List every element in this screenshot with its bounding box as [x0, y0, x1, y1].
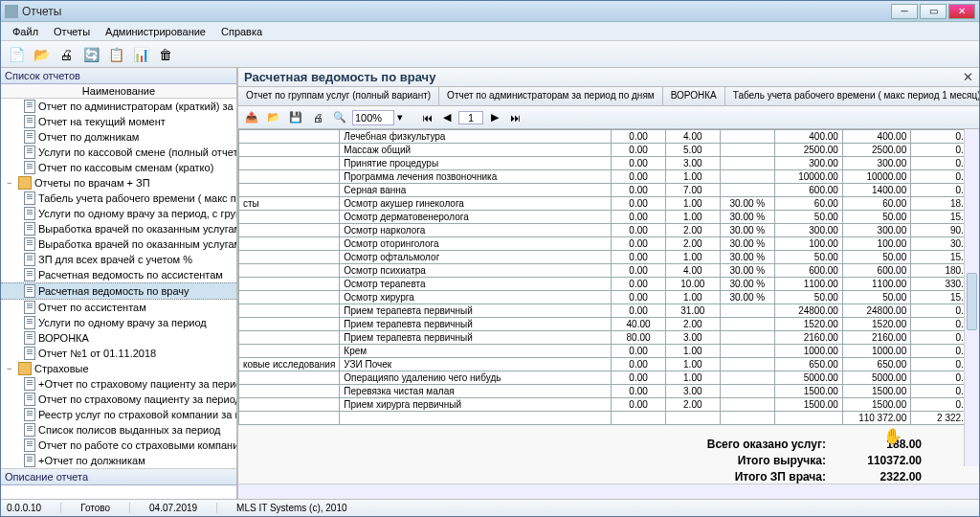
tree-item-label: Выработка врачей по оказанным услугам за…: [38, 238, 236, 250]
print2-icon[interactable]: 🖨: [308, 108, 327, 127]
save-icon[interactable]: 💾: [286, 108, 305, 127]
list-icon[interactable]: 📋: [104, 43, 127, 66]
description-header: Описание отчета: [1, 469, 236, 485]
sidebar-column-header: Наименование: [1, 84, 236, 99]
tree-item[interactable]: +Отчет по должникам: [1, 453, 236, 468]
tree-item[interactable]: Отчет по работе со страховыми компаниями…: [1, 438, 236, 453]
tree-item[interactable]: Расчетная ведомость по врачу: [1, 282, 236, 300]
open2-icon[interactable]: 📂: [264, 108, 283, 127]
tree-item-label: Отчет по кассовым сменам (кратко): [38, 162, 213, 173]
document-icon: [24, 393, 35, 406]
tree-item[interactable]: +Отчет по страховому пациенту за период: [1, 376, 236, 392]
tree-item[interactable]: Выработка врачей по оказанным услугам с …: [1, 221, 236, 236]
tree-item-label: Расчетная ведомость по ассистентам: [38, 269, 223, 281]
document-icon: [24, 438, 35, 452]
summary-value-services: 188.00: [826, 438, 922, 451]
document-icon: [24, 377, 35, 391]
table-row: Прием хирурга первичный0.002.001500.0015…: [239, 398, 979, 412]
tree-item-label: Отчет №1 от 01.11.2018: [38, 348, 156, 359]
tree-item[interactable]: Услуги по одному врачу за период: [1, 315, 236, 330]
document-icon: [24, 207, 35, 220]
report-tab[interactable]: Отчет по администраторам за период по дн…: [439, 87, 663, 105]
report-tab[interactable]: Отчет по группам услуг (полный вариант): [238, 87, 439, 105]
table-row: Осмотр хирурга0.001.0030.00 %50.0050.001…: [239, 291, 979, 304]
tree-item-label: Услуги по одному врачу за период, с груп…: [38, 208, 236, 219]
tree-item[interactable]: Услуги по кассовой смене (полный отчет): [1, 145, 236, 160]
expand-icon[interactable]: −: [7, 178, 16, 188]
report-tab[interactable]: Табель учета рабочего времени ( макс пер…: [725, 87, 979, 105]
last-page-button[interactable]: ⏭: [506, 109, 523, 126]
menu-file[interactable]: Файл: [5, 24, 46, 39]
export-icon[interactable]: 📤: [242, 108, 261, 127]
menu-help[interactable]: Справка: [213, 24, 270, 39]
report-viewport[interactable]: Лечебная физкультура0.004.00400.00400.00…: [238, 129, 979, 483]
menubar: Файл Отчеты Администрирование Справка: [1, 22, 979, 41]
print-icon[interactable]: 🖨: [55, 43, 78, 66]
prev-page-button[interactable]: ◀: [438, 109, 456, 126]
summary-label-salary: Итого ЗП врача:: [635, 470, 826, 483]
menu-admin[interactable]: Администрирование: [98, 24, 213, 39]
sidebar-description: Описание отчета: [1, 468, 236, 499]
menu-reports[interactable]: Отчеты: [46, 24, 98, 39]
zoom-input[interactable]: [352, 110, 394, 125]
table-row: Принятие процедуры0.003.00300.00300.000.…: [239, 157, 979, 170]
summary-value-salary: 2322.00: [826, 470, 922, 483]
tree-item[interactable]: Отчет по страховому пациенту за период: [1, 392, 236, 407]
document-icon: [24, 237, 35, 251]
document-icon: [24, 331, 35, 345]
tree-item[interactable]: Реестр услуг по страховой компании за пе…: [1, 407, 236, 422]
tree-item-label: +Отчет по страховому пациенту за период: [38, 378, 236, 390]
document-icon: [24, 408, 35, 421]
grid-icon[interactable]: 📊: [129, 43, 152, 66]
refresh-icon[interactable]: 🔄: [79, 43, 102, 66]
tree-item[interactable]: Отчет по администраторам (краткий) за пе…: [1, 99, 236, 114]
tree-item-label: Выработка врачей по оказанным услугам с …: [38, 223, 236, 235]
open-icon[interactable]: 📂: [30, 43, 53, 66]
statusbar: 0.0.0.10 Готово 04.07.2019 MLS IT System…: [1, 499, 979, 516]
tree-item[interactable]: Услуги по одному врачу за период, с груп…: [1, 206, 236, 221]
tree-item-label: Страховые: [34, 363, 89, 374]
tree-item[interactable]: Отчет на текущий момент: [1, 114, 236, 129]
delete-icon[interactable]: 🗑: [154, 43, 177, 66]
new-icon[interactable]: 📄: [5, 43, 28, 66]
vertical-scrollbar[interactable]: [964, 129, 979, 466]
tree-item[interactable]: ЗП для всех врачей с учетом %: [1, 252, 236, 267]
document-icon: [24, 100, 35, 113]
titlebar: Отчеты ─ ▭ ✕: [1, 1, 979, 22]
tree-item[interactable]: Отчет №1 от 01.11.2018: [1, 346, 236, 361]
report-tree[interactable]: Отчет по администраторам (краткий) за пе…: [1, 99, 236, 468]
tree-item[interactable]: Отчет по должникам: [1, 129, 236, 145]
table-row: Прием терапевта первичный40.002.001520.0…: [239, 318, 979, 331]
maximize-button[interactable]: ▭: [920, 4, 947, 19]
scroll-thumb[interactable]: [967, 273, 977, 330]
expand-icon[interactable]: −: [7, 364, 16, 373]
page-input[interactable]: [458, 111, 483, 124]
tree-item[interactable]: Расчетная ведомость по ассистентам: [1, 267, 236, 282]
tree-item[interactable]: ВОРОНКА: [1, 330, 236, 346]
search-icon[interactable]: 🔍: [330, 108, 349, 127]
tree-item[interactable]: Выработка врачей по оказанным услугам за…: [1, 236, 236, 252]
table-row: Программа лечения позвоночника0.001.0010…: [239, 170, 979, 184]
tree-item[interactable]: Табель учета рабочего времени ( макс пер…: [1, 191, 236, 206]
minimize-button[interactable]: ─: [891, 4, 918, 19]
tree-item-label: ЗП для всех врачей с учетом %: [38, 254, 192, 265]
tree-item[interactable]: Отчет по кассовым сменам (кратко): [1, 160, 236, 175]
tree-item-label: Табель учета рабочего времени ( макс пер…: [38, 192, 236, 204]
document-icon: [24, 268, 35, 281]
report-tab[interactable]: ВОРОНКА: [663, 87, 725, 105]
tree-item[interactable]: Отчет по ассистентам: [1, 300, 236, 315]
first-page-button[interactable]: ⏮: [418, 109, 435, 126]
zoom-dropdown-icon[interactable]: ▾: [397, 111, 403, 124]
sidebar-header: Список отчетов: [1, 68, 236, 84]
status-copyright: MLS IT Systems (c), 2010: [236, 503, 346, 513]
tree-item-label: Отчет по работе со страховыми компаниями…: [38, 439, 236, 451]
tree-item[interactable]: Список полисов выданных за период: [1, 422, 236, 438]
horizontal-scrollbar[interactable]: [238, 483, 979, 499]
next-page-button[interactable]: ▶: [486, 109, 503, 126]
close-report-icon[interactable]: ✕: [963, 70, 973, 84]
report-summary: Всего оказано услуг:188.00 Итого выручка…: [238, 425, 979, 483]
document-icon: [24, 115, 35, 128]
close-button[interactable]: ✕: [948, 4, 975, 19]
tree-folder[interactable]: −Страховые: [1, 361, 236, 376]
tree-folder[interactable]: −Отчеты по врачам + ЗП: [1, 175, 236, 191]
